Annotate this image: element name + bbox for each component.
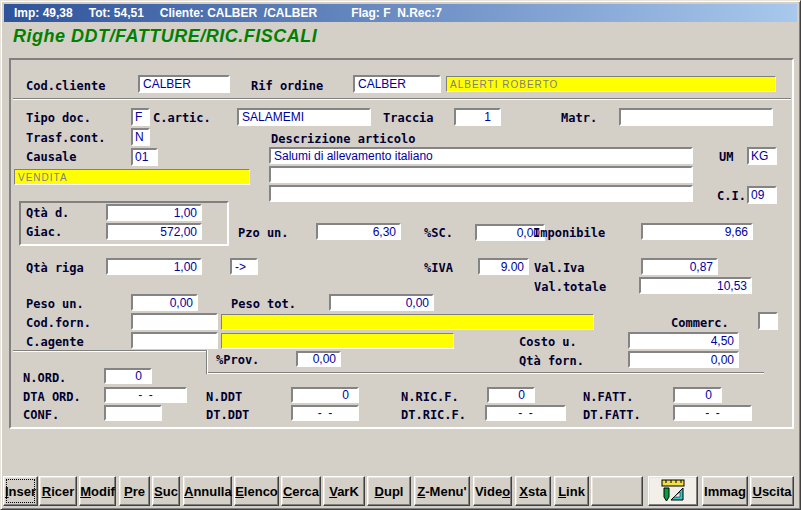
matr-input[interactable]	[619, 108, 773, 126]
pre-button[interactable]: Pre	[119, 476, 150, 506]
vark-button[interactable]: VarK	[323, 476, 365, 506]
tipo-doc-label: Tipo doc.	[26, 111, 91, 125]
app-window: Imp: 49,38Tot: 54,51Cliente: CALBER /CAL…	[0, 0, 801, 510]
c-agente-input[interactable]	[131, 332, 218, 349]
iva-input[interactable]	[478, 258, 529, 275]
causale-input[interactable]	[131, 148, 158, 166]
separator-mid-right	[208, 372, 764, 374]
descrizione-riga1-input[interactable]	[269, 147, 693, 164]
val-totale-label: Val.totale	[534, 280, 606, 294]
uscita-button[interactable]: Uscita	[750, 476, 794, 506]
val-iva-input[interactable]	[641, 258, 718, 275]
qta-forn-label: Qtà forn.	[519, 354, 584, 368]
matr-label: Matr.	[561, 111, 597, 125]
rif-ordine-label: Rif ordine	[251, 79, 323, 93]
rif-ordine-input[interactable]	[353, 75, 441, 93]
um-label: UM	[719, 150, 733, 164]
modif-button[interactable]: Modif	[79, 476, 116, 506]
pzo-un-input[interactable]	[316, 223, 401, 240]
tipo-doc-input[interactable]	[131, 108, 150, 126]
prov-input[interactable]	[296, 351, 341, 367]
giac-label: Giac.	[26, 225, 62, 239]
dta-ord-input[interactable]	[104, 387, 187, 403]
drawing-tools-icon	[660, 479, 686, 503]
n-fatt-input[interactable]	[673, 387, 722, 403]
causale-label: Causale	[26, 150, 77, 164]
commerc-label: Commerc.	[671, 316, 729, 330]
ci-label: C.I.	[717, 189, 746, 203]
dt-ddt-label: DT.DDT	[206, 408, 249, 422]
peso-un-input[interactable]	[131, 294, 198, 311]
n-ricf-input[interactable]	[487, 387, 535, 403]
dupl-button[interactable]: Dupl	[367, 476, 411, 506]
elenco-button[interactable]: Elenco	[234, 476, 279, 506]
pzo-un-label: Pzo un.	[238, 226, 289, 240]
val-iva-label: Val.Iva	[534, 261, 585, 275]
xsta-button[interactable]: Xsta	[515, 476, 551, 506]
sc-label: %SC.	[424, 226, 453, 240]
giac-input[interactable]	[106, 223, 202, 240]
c-artic-label: C.artic.	[153, 111, 211, 125]
peso-tot-label: Peso tot.	[231, 297, 296, 311]
z-menu-button[interactable]: Z-Menu'	[414, 476, 470, 506]
peso-un-label: Peso un.	[26, 297, 84, 311]
n-ord-input[interactable]	[104, 368, 152, 384]
qta-d-input[interactable]	[106, 204, 202, 221]
qta-d-label: Qtà d.	[26, 206, 69, 220]
n-ord-label: N.ORD.	[23, 371, 66, 385]
c-artic-input[interactable]	[237, 108, 371, 126]
cod-forn-input[interactable]	[131, 313, 218, 330]
cod-cliente-input[interactable]	[138, 75, 230, 93]
um-input[interactable]	[747, 147, 777, 165]
costo-u-input[interactable]	[628, 332, 739, 349]
dt-ricf-input[interactable]	[485, 405, 566, 421]
c-agente-description-field	[221, 333, 454, 349]
c-agente-label: C.agente	[26, 335, 84, 349]
separator-top	[13, 98, 791, 100]
dt-ddt-input[interactable]	[291, 405, 359, 421]
conf-label: CONF.	[23, 408, 59, 422]
arrow-indicator[interactable]	[230, 258, 258, 275]
qta-forn-input[interactable]	[628, 351, 739, 368]
commerc-checkbox[interactable]	[758, 312, 778, 330]
annulla-button[interactable]: Annulla	[183, 476, 232, 506]
dt-fatt-input[interactable]	[673, 405, 752, 421]
descrizione-riga2-input[interactable]	[269, 166, 693, 183]
n-fatt-label: N.FATT.	[583, 390, 634, 404]
page-title: Righe DDT/FATTURE/RIC.FISCALI	[13, 26, 317, 47]
qta-riga-input[interactable]	[106, 258, 202, 275]
titlebar-cliente: Cliente: CALBER /CALBER	[160, 6, 317, 20]
n-ricf-label: N.RIC.F.	[401, 390, 459, 404]
causale-description-field: VENDITA	[14, 169, 250, 185]
ricer-button[interactable]: Ricer	[39, 476, 77, 506]
link-button[interactable]: Link	[554, 476, 589, 506]
video-button[interactable]: Video	[473, 476, 512, 506]
titlebar-tot: Tot: 54,51	[89, 6, 144, 20]
titlebar-flag: Flag: F N.Rec:7	[351, 6, 442, 20]
immag-button[interactable]: Immag	[702, 476, 748, 506]
val-totale-input[interactable]	[639, 277, 752, 294]
ci-input[interactable]	[747, 186, 777, 204]
imponibile-input[interactable]	[641, 223, 753, 240]
blank-button[interactable]	[591, 476, 643, 506]
suc-button[interactable]: Suc	[152, 476, 180, 506]
traccia-label: Traccia	[383, 111, 434, 125]
inser-button[interactable]: Inser	[3, 476, 38, 506]
cod-forn-label: Cod.forn.	[26, 316, 91, 330]
cod-cliente-label: Cod.cliente	[26, 79, 105, 93]
tools-button[interactable]	[648, 476, 698, 506]
dta-ord-label: DTA ORD.	[23, 390, 81, 404]
conf-input[interactable]	[104, 405, 162, 421]
trasf-cont-label: Trasf.cont.	[26, 131, 105, 145]
descrizione-riga3-input[interactable]	[269, 185, 693, 202]
imponibile-label: Imponibile	[533, 226, 605, 240]
descrizione-articolo-label: Descrizione articolo	[271, 132, 416, 146]
n-ddt-input[interactable]	[291, 387, 359, 403]
qta-riga-label: Qtà riga	[26, 261, 84, 275]
cerca-button[interactable]: Cerca	[281, 476, 321, 506]
traccia-input[interactable]	[454, 108, 501, 126]
trasf-cont-input[interactable]	[131, 128, 150, 146]
title-bar: Imp: 49,38Tot: 54,51Cliente: CALBER /CAL…	[4, 4, 797, 22]
costo-u-label: Costo u.	[519, 335, 577, 349]
peso-tot-input[interactable]	[329, 294, 434, 311]
